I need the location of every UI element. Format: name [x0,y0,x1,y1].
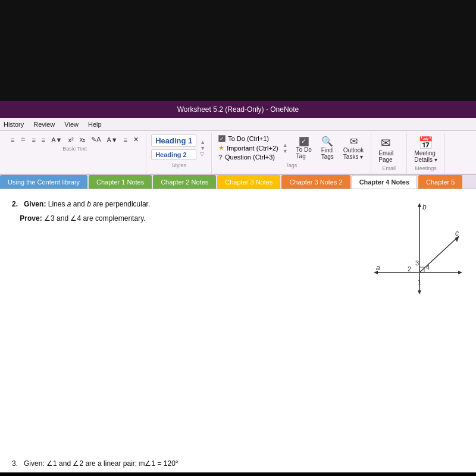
tab-content-library[interactable]: Using the Content library [0,175,87,189]
meetings-group: 📅 MeetingDetails ▾ Meetings [407,133,444,174]
highlight-btn[interactable]: ✎A [89,134,103,145]
svg-text:3: 3 [415,259,419,267]
styles-dropdown-btn[interactable]: A▼ [49,135,64,145]
styles-list: Heading 1 Heading 2 [151,134,196,161]
basic-text-group: ≡ ≐ ≡ ≡ A▼ x² x₂ ✎A A▼ ≡ ✕ Basic Text [4,133,146,174]
svg-text:4: 4 [426,264,430,271]
problem3-number: 3. [12,459,18,468]
outlook-tasks-label: OutlookTasks ▾ [343,147,364,160]
svg-marker-3 [418,203,421,207]
svg-text:a: a [376,264,380,272]
important-label: Important (Ctrl+2) [227,145,278,152]
calendar-icon: 📅 [418,136,433,150]
svg-text:b: b [422,203,427,211]
heading1-style[interactable]: Heading 1 [151,134,196,147]
superscript-btn[interactable]: x² [66,135,76,145]
svg-marker-4 [418,290,421,295]
basic-text-controls: ≡ ≐ ≡ ≡ A▼ x² x₂ ✎A A▼ ≡ ✕ [8,134,141,145]
email-controls: ✉ EmailPage [376,134,402,164]
email-icon: ✉ [381,136,391,150]
star-icon: ★ [218,144,224,152]
content-area: 2. Given: Lines a and b are perpendicula… [0,189,476,472]
title-text: Worksheet 5.2 (Read-Only) - OneNote [177,105,299,114]
problem2-prove-text: ∠3 and ∠4 are complementary. [44,214,146,223]
problem3: 3. Given: ∠1 and ∠2 are a linear pair; m… [12,459,178,468]
tags-actions: ✓ To DoTag 🔍 FindTags ✉ OutlookTasks ▾ [294,134,367,161]
email-label: Email [376,165,402,173]
styles-scroll[interactable]: ▲▼▽ [200,139,205,157]
meeting-details-label: MeetingDetails ▾ [414,150,437,163]
todo-label: To Do (Ctrl+1) [228,135,269,142]
tab-chapter4[interactable]: Chapter 4 Notes [352,175,417,189]
delete-btn[interactable]: ✕ [131,134,141,145]
problem2-given-label: Given: [24,200,46,208]
meetings-controls: 📅 MeetingDetails ▾ [412,134,439,164]
numbered-list-btn[interactable]: ≐ [18,134,28,145]
tags-group: ✓ To Do (Ctrl+1) ★ Important (Ctrl+2) ? … [212,133,371,174]
tab-chapter1[interactable]: Chapter 1 Notes [89,175,152,189]
svg-text:2: 2 [408,265,411,273]
menu-review[interactable]: Review [33,121,55,128]
tab-chapter3-2[interactable]: Chapter 3 Notes 2 [281,175,350,189]
diagram-svg: b c a 1 2 3 4 [369,201,464,320]
ribbon-row: ≡ ≐ ≡ ≡ A▼ x² x₂ ✎A A▼ ≡ ✕ Basic Text He… [4,133,472,174]
title-bar: Worksheet 5.2 (Read-Only) - OneNote [0,101,476,118]
tag-todo[interactable]: ✓ To Do (Ctrl+1) [217,134,280,143]
todo-tag-btn[interactable]: ✓ To DoTag [294,136,314,161]
heading2-style[interactable]: Heading 2 [151,149,196,160]
find-tags-btn[interactable]: 🔍 FindTags [319,134,336,161]
tags-scroll[interactable]: ▲▼ [283,142,288,154]
font-color-btn[interactable]: A▼ [105,135,120,145]
align-btn[interactable]: ≡ [121,135,130,145]
problem2-number: 2. [12,200,18,208]
menu-help[interactable]: Help [88,121,102,128]
problem2-prove: Prove: ∠3 and ∠4 are complementary. [12,213,345,224]
problem2-given: 2. Given: Lines a and b are perpendicula… [12,199,345,209]
outlook-icon: ✉ [350,136,358,147]
find-tags-label: FindTags [321,147,334,160]
email-group: ✉ EmailPage Email [371,133,407,174]
outlook-tasks-btn[interactable]: ✉ OutlookTasks ▾ [341,134,366,161]
heading2-label: Heading 2 [155,151,187,158]
problem3-given-text: ∠1 and ∠2 are a linear pair; m∠1 = 120° [46,459,178,468]
svg-line-2 [419,237,458,273]
problem2-given-text: Lines a and b are perpendicular. [48,200,151,208]
tags-controls: ✓ To Do (Ctrl+1) ★ Important (Ctrl+2) ? … [217,134,366,161]
basic-text-label: Basic Text [8,146,141,153]
tag-question[interactable]: ? Question (Ctrl+3) [217,153,280,161]
black-top-area [0,0,476,101]
svg-marker-6 [458,271,462,274]
indent-btn[interactable]: ≡ [29,135,37,145]
todo-tag-icon: ✓ [299,137,309,146]
problem3-given-label: Given: [24,459,45,468]
tab-chapter3[interactable]: Chapter 3 Notes [217,175,280,189]
problem2-prove-label: Prove: [20,214,42,223]
email-page-btn[interactable]: ✉ EmailPage [376,134,396,164]
menu-history[interactable]: History [4,121,24,128]
tags-list: ✓ To Do (Ctrl+1) ★ Important (Ctrl+2) ? … [217,134,280,161]
subscript-btn[interactable]: x₂ [77,134,88,145]
menu-view[interactable]: View [64,121,79,128]
svg-text:1: 1 [418,278,421,286]
todo-checkbox[interactable]: ✓ [218,135,226,142]
heading1-label: Heading 1 [155,136,192,145]
tabs-row: Using the Content library Chapter 1 Note… [0,175,476,189]
meeting-details-btn[interactable]: 📅 MeetingDetails ▾ [412,134,439,164]
svg-text:c: c [455,229,459,237]
bullets-btn[interactable]: ≡ [8,135,17,145]
styles-label: Styles [151,162,206,170]
styles-controls: Heading 1 Heading 2 ▲▼▽ [151,134,206,161]
ribbon: ≡ ≐ ≡ ≡ A▼ x² x₂ ✎A A▼ ≡ ✕ Basic Text He… [0,131,476,175]
question-icon: ? [218,154,223,161]
styles-group: Heading 1 Heading 2 ▲▼▽ Styles [146,133,212,174]
outdent-btn[interactable]: ≡ [39,135,48,145]
todo-tag-label: To DoTag [296,146,312,159]
menu-bar: History Review View Help [0,118,476,131]
find-icon: 🔍 [321,136,333,147]
tab-chapter5[interactable]: Chapter 5 [418,175,462,189]
email-page-label: EmailPage [378,150,393,163]
tag-important[interactable]: ★ Important (Ctrl+2) [217,143,280,152]
tags-label: Tags [217,162,366,170]
question-label: Question (Ctrl+3) [225,154,275,161]
tab-chapter2[interactable]: Chapter 2 Notes [153,175,216,189]
